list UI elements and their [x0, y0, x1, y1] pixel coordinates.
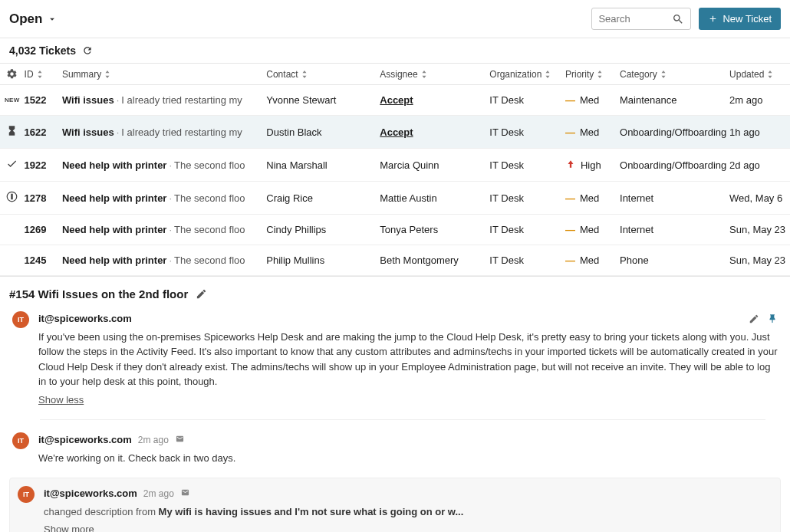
organization-name: IT Desk: [489, 126, 524, 138]
col-label: Contact: [266, 69, 298, 80]
assignee-name: Marcia Quinn: [380, 159, 439, 171]
activity-text: changed description from My wifi is havi…: [44, 504, 772, 520]
sort-icon: [104, 71, 110, 78]
activity-user: it@spiceworks.com: [38, 432, 132, 448]
updated-label: 2m ago: [729, 94, 762, 106]
edit-icon[interactable]: [196, 288, 207, 300]
contact-name: Nina Marshall: [266, 159, 327, 171]
table-row[interactable]: 1245Need help with printer·The second fl…: [0, 245, 790, 276]
ticket-id: 1522: [25, 94, 62, 106]
priority-dash-icon: —: [565, 94, 575, 106]
column-summary[interactable]: Summary: [62, 69, 266, 80]
sort-icon: [660, 71, 667, 78]
col-label: Assignee: [380, 69, 417, 80]
column-id[interactable]: ID: [25, 69, 62, 80]
priority-up-icon: [565, 159, 576, 172]
gear-icon[interactable]: [6, 68, 18, 80]
updated-label: 2d ago: [729, 159, 760, 171]
column-priority[interactable]: Priority: [565, 69, 620, 80]
ticket-id: 1269: [25, 224, 62, 235]
organization-name: IT Desk: [489, 192, 524, 204]
ticket-summary: Need help with printer·The second floo: [62, 224, 266, 235]
priority-label: Med: [580, 126, 599, 138]
filter-dropdown[interactable]: Open: [9, 11, 58, 27]
organization-name: IT Desk: [489, 94, 524, 106]
activity-time: 2m ago: [143, 487, 174, 501]
contact-name: Dustin Black: [266, 126, 321, 138]
priority-dash-icon: —: [565, 255, 575, 266]
activity-item: ITit@spiceworks.comIf you've been using …: [9, 311, 781, 407]
table-row[interactable]: 1269Need help with printer·The second fl…: [0, 215, 790, 245]
sort-icon: [421, 71, 427, 78]
priority-label: High: [581, 159, 601, 171]
avatar: IT: [18, 486, 35, 503]
table-row[interactable]: 1922Need help with printer·The second fl…: [0, 149, 790, 182]
ticket-summary: Wifi issues·I already tried restarting m…: [62, 94, 266, 106]
chevron-down-icon: [47, 14, 58, 25]
category-label: Onboarding/Offboarding: [620, 126, 726, 138]
refresh-icon[interactable]: [82, 45, 93, 56]
col-label: Category: [620, 69, 657, 80]
column-assignee[interactable]: Assignee: [380, 69, 489, 80]
category-label: Maintenance: [620, 94, 676, 106]
table-row[interactable]: 1622Wifi issues·I already tried restarti…: [0, 116, 790, 149]
new-ticket-label: New Ticket: [723, 13, 772, 25]
search-icon: [672, 13, 684, 25]
column-contact[interactable]: Contact: [266, 69, 380, 80]
activity-toggle[interactable]: Show more: [44, 522, 94, 532]
search-input[interactable]: [598, 13, 672, 25]
new-ticket-button[interactable]: New Ticket: [699, 8, 781, 30]
search-box[interactable]: [591, 8, 691, 30]
sort-icon: [597, 71, 603, 78]
organization-name: IT Desk: [489, 159, 524, 171]
activity-text: If you've been using the on-premises Spi…: [38, 330, 778, 389]
divider: [40, 419, 765, 420]
organization-name: IT Desk: [489, 255, 524, 266]
pin-icon[interactable]: [767, 314, 778, 324]
assignee-name: Beth Montgomery: [380, 255, 459, 266]
assignee-accept-link[interactable]: Accept: [380, 94, 413, 106]
updated-label: 1h ago: [729, 126, 760, 138]
sort-icon: [767, 71, 773, 78]
sort-icon: [37, 71, 43, 78]
col-label: Summary: [62, 69, 101, 80]
column-category[interactable]: Category: [620, 69, 729, 80]
sort-icon: [545, 71, 551, 78]
ticket-id: 1245: [25, 255, 62, 266]
check-icon: [6, 158, 18, 172]
filter-label: Open: [9, 11, 42, 27]
col-label: ID: [25, 69, 34, 80]
priority-dash-icon: —: [565, 224, 575, 235]
activity-user: it@spiceworks.com: [38, 311, 132, 327]
activity-user: it@spiceworks.com: [44, 486, 137, 501]
col-label: Priority: [565, 69, 594, 80]
contact-name: Philip Mullins: [266, 255, 324, 266]
contact-name: Cindy Phillips: [266, 224, 326, 235]
priority-dash-icon: —: [565, 126, 575, 138]
hourglass-icon: [6, 125, 18, 139]
ticket-summary: Need help with printer·The second floo: [62, 192, 266, 204]
column-organization[interactable]: Organization: [489, 69, 565, 80]
category-label: Internet: [620, 224, 653, 235]
avatar: IT: [12, 311, 29, 328]
category-label: Phone: [620, 255, 649, 266]
activity-toggle[interactable]: Show less: [38, 392, 84, 408]
assignee-name: Mattie Austin: [380, 192, 436, 204]
avatar: IT: [12, 432, 29, 449]
column-updated[interactable]: Updated: [729, 69, 790, 80]
mail-icon: [180, 486, 190, 501]
plus-icon: [708, 14, 718, 24]
new-badge-icon: NEW: [5, 97, 20, 103]
priority-dash-icon: —: [565, 192, 575, 204]
contact-name: Craig Rice: [266, 192, 313, 204]
ticket-id: 1922: [25, 159, 62, 171]
edit-icon[interactable]: [749, 314, 759, 324]
table-row[interactable]: 1278Need help with printer·The second fl…: [0, 182, 790, 215]
ticket-summary: Wifi issues·I already tried restarting m…: [62, 126, 266, 138]
updated-label: Wed, May 6: [729, 192, 782, 204]
category-label: Internet: [620, 192, 653, 204]
assignee-accept-link[interactable]: Accept: [380, 126, 413, 138]
table-row[interactable]: NEW1522Wifi issues·I already tried resta…: [0, 85, 790, 116]
activity-time: 2m ago: [138, 433, 169, 447]
priority-label: Med: [580, 255, 599, 266]
